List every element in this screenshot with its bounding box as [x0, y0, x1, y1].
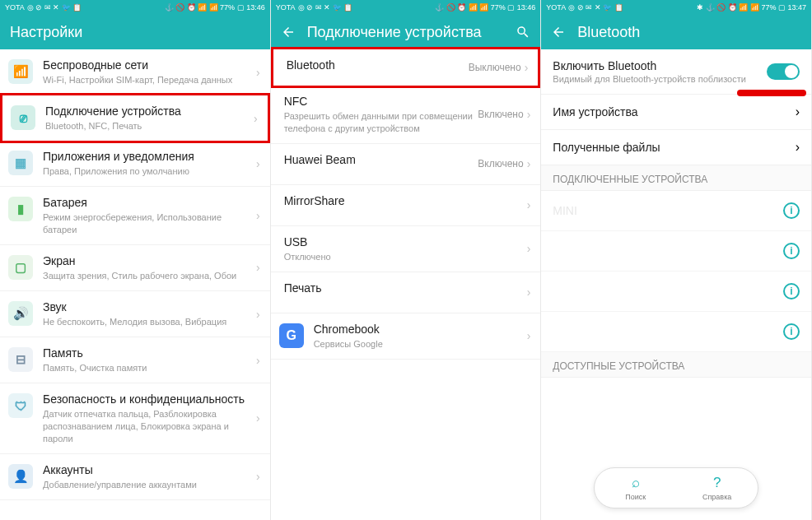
back-icon[interactable]	[281, 25, 296, 39]
page-title: Bluetooth	[577, 24, 801, 41]
row-subtitle: Права, Приложения по умолчанию	[43, 165, 256, 178]
connected-devices-list: MINI i i i i	[541, 191, 811, 352]
settings-row[interactable]: 📶 Беспроводные сети Wi-Fi, Настройки SIM…	[0, 49, 270, 95]
settings-row[interactable]: ▢ Экран Защита зрения, Стиль рабочего эк…	[0, 245, 270, 291]
row-title: Беспроводные сети	[43, 58, 256, 72]
status-bar: YOTA ◎ ⊘ ✉ ✕ 🐦 📋 ⚓ 🚫 ⏰ 📶 📶 77% ▢ 13:46	[271, 0, 541, 15]
settings-row[interactable]: ▦ Приложения и уведомления Права, Прилож…	[0, 141, 270, 187]
row-icon: ⊟	[8, 347, 33, 372]
header: Подключение устройства	[271, 15, 541, 49]
chevron-right-icon: ›	[796, 104, 800, 119]
row-subtitle: Сервисы Google	[314, 338, 527, 351]
row-subtitle: Добавление/управление аккаунтами	[43, 479, 256, 491]
back-icon[interactable]	[551, 25, 566, 39]
chevron-right-icon: ›	[527, 286, 531, 299]
row-title: NFC	[284, 94, 478, 109]
header: Настройки	[0, 15, 270, 49]
row-title: Безопасность и конфиденциальность	[43, 392, 256, 406]
row-subtitle: Защита зрения, Стиль рабочего экрана, Об…	[43, 270, 256, 282]
chevron-right-icon: ›	[796, 140, 800, 155]
bluetooth-panel: YOTA ◎ ⊘ ✉ ✕ 🐦 📋 ✱ ⚓ 🚫 ⏰ 📶 📶 77% ▢ 13:47…	[541, 0, 812, 520]
row-title: Аккаунты	[43, 462, 256, 477]
row-icon: 🛡	[8, 393, 33, 418]
row-icon: ▮	[8, 197, 33, 221]
row-subtitle: Память, Очистка памяти	[43, 362, 256, 374]
fab-bar: ⌕ Поиск ? Справка	[594, 467, 758, 508]
settings-row[interactable]: 🛡 Безопасность и конфиденциальность Датч…	[0, 383, 270, 454]
connection-row: USB Отключено ›	[271, 226, 541, 272]
row-title: USB	[284, 234, 527, 249]
toggle-subtitle: Видимый для Bluetooth-устройств поблизос…	[553, 74, 767, 84]
info-icon[interactable]: i	[783, 202, 800, 219]
settings-row[interactable]: 👤 Аккаунты Добавление/управление аккаунт…	[0, 454, 270, 500]
row-subtitle: Режим энергосбережения, Использование ба…	[43, 211, 256, 236]
connection-row[interactable]: Huawei Beam Включено ›	[271, 144, 541, 185]
device-connection-panel: YOTA ◎ ⊘ ✉ ✕ 🐦 📋 ⚓ 🚫 ⏰ 📶 📶 77% ▢ 13:46 П…	[271, 0, 542, 520]
row-title: Печать	[284, 281, 527, 295]
row-subtitle: Не беспокоить, Мелодия вызова, Вибрация	[43, 316, 256, 328]
device-row[interactable]: MINI i	[541, 191, 811, 231]
info-icon[interactable]: i	[783, 283, 800, 299]
row-icon: 🔊	[8, 301, 33, 326]
row-value: Включено	[478, 109, 523, 120]
red-annotation	[737, 90, 806, 96]
row-icon: ▦	[8, 151, 33, 175]
row-title: Bluetooth	[287, 58, 469, 72]
row-title: MirrorShare	[284, 193, 527, 208]
search-icon[interactable]	[516, 25, 530, 39]
status-bar: YOTA ◎ ⊘ ✉ ✕ 🐦 📋 ⚓ 🚫 ⏰ 📶 📶 77% ▢ 13:46	[0, 0, 270, 15]
search-fab[interactable]: ⌕ Поиск	[595, 468, 676, 508]
search-icon: ⌕	[632, 475, 640, 491]
bluetooth-switch[interactable]	[767, 63, 800, 80]
fab-label: Справка	[702, 493, 731, 501]
page-title: Подключение устройства	[307, 24, 505, 41]
connection-row[interactable]: MirrorShare ›	[271, 185, 541, 226]
status-icons-right: ✱ ⚓ 🚫 ⏰ 📶 📶 77% ▢ 13:47	[697, 3, 806, 12]
row-subtitle: Bluetooth, NFC, Печать	[45, 120, 254, 132]
chevron-right-icon: ›	[256, 411, 260, 425]
connection-row[interactable]: NFC Разрешить обмен данными при совмещен…	[271, 86, 541, 144]
device-row[interactable]: i	[541, 272, 811, 312]
connection-row[interactable]: G Chromebook Сервисы Google ›	[271, 313, 541, 360]
connection-row[interactable]: Печать ›	[271, 272, 541, 313]
header: Bluetooth	[541, 15, 811, 49]
carrier-label: YOTA	[546, 3, 566, 12]
row-icon: 👤	[8, 464, 33, 489]
connection-row[interactable]: Bluetooth Выключено ›	[271, 47, 541, 88]
device-name-row[interactable]: Имя устройства ›	[541, 95, 811, 130]
row-icon: ⎚	[11, 105, 35, 130]
row-subtitle: Отключено	[284, 251, 527, 263]
connection-list: Bluetooth Выключено › NFC Разрешить обме…	[271, 47, 541, 360]
row-value: Включено	[478, 158, 523, 169]
row-title: Память	[43, 346, 256, 360]
fab-label: Поиск	[625, 493, 646, 501]
chevron-right-icon: ›	[256, 66, 260, 79]
bluetooth-toggle-row[interactable]: Включить Bluetooth Видимый для Bluetooth…	[541, 49, 811, 95]
carrier-label: YOTA	[5, 3, 25, 12]
row-title: Huawei Beam	[284, 152, 478, 167]
device-row[interactable]: i	[541, 231, 811, 272]
device-row[interactable]: i	[541, 312, 811, 352]
settings-row[interactable]: 🔊 Звук Не беспокоить, Мелодия вызова, Ви…	[0, 291, 270, 337]
chevron-right-icon: ›	[527, 198, 531, 211]
row-subtitle: Wi-Fi, Настройки SIM-карт, Передача данн…	[43, 74, 256, 86]
settings-row[interactable]: ⊟ Память Память, Очистка памяти ›	[0, 337, 270, 383]
status-icons-right: ⚓ 🚫 ⏰ 📶 📶 77% ▢ 13:46	[435, 3, 535, 12]
chevron-right-icon: ›	[527, 108, 531, 121]
info-icon[interactable]: i	[783, 323, 800, 340]
toggle-title: Включить Bluetooth	[553, 59, 767, 72]
row-title: Звук	[43, 299, 256, 314]
chevron-right-icon: ›	[256, 308, 260, 321]
row-value: Выключено	[469, 62, 521, 73]
info-icon[interactable]: i	[783, 243, 800, 259]
received-files-row[interactable]: Полученные файлы ›	[541, 130, 811, 165]
help-icon: ?	[713, 475, 721, 491]
chevron-right-icon: ›	[527, 157, 531, 170]
row-title: Приложения и уведомления	[43, 149, 256, 164]
row-title: Подключение устройства	[45, 104, 254, 118]
settings-row[interactable]: ⎚ Подключение устройства Bluetooth, NFC,…	[0, 93, 270, 143]
row-title: Chromebook	[314, 322, 527, 337]
settings-row[interactable]: ▮ Батарея Режим энергосбережения, Исполь…	[0, 187, 270, 245]
help-fab[interactable]: ? Справка	[676, 468, 758, 508]
carrier-label: YOTA	[276, 3, 296, 12]
